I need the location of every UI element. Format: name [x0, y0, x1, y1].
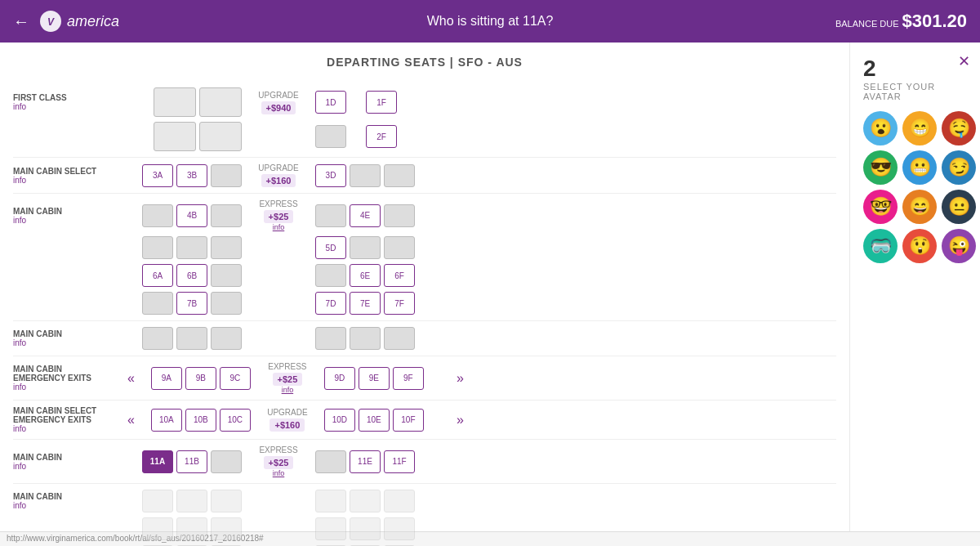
seat-map-title: DEPARTING SEATS | SFO - AUS	[13, 56, 836, 69]
first-class-header-row: FIRST CLASS info UPGRADE +$940 1D 1F	[13, 85, 836, 119]
first-class-row2: 2F	[13, 119, 836, 154]
balance-amount: $301.20	[902, 11, 967, 31]
avatar-8[interactable]: 😄	[902, 190, 937, 224]
section-main-cabin-4: MAIN CABIN info	[13, 484, 836, 546]
seat-9C[interactable]: 9C	[220, 367, 251, 390]
header: ← V america Who is sitting at 11A? BALAN…	[0, 0, 980, 43]
back-button[interactable]: ←	[13, 12, 29, 31]
avatar-panel: ✕ 2 SELECT YOUR AVATAR 😮 😁 🤤 😎 😬 😏 🤓 😄 😐…	[849, 43, 980, 546]
seat-1D[interactable]: 1D	[315, 91, 346, 114]
seat-7B[interactable]: 7B	[176, 292, 207, 315]
avatar-12[interactable]: 😜	[942, 229, 976, 263]
seat-6E[interactable]: 6E	[350, 264, 381, 287]
section-main-cabin-1: MAIN CABIN info 4B EXPRESS +$25 info 4E	[13, 194, 836, 321]
seat-3C	[211, 164, 242, 187]
seat-3E	[350, 164, 381, 187]
section-emergency-exits-10: MAIN CABIN SELECTEMERGENCY EXITS info « …	[13, 401, 836, 440]
seat-fc1[interactable]	[154, 87, 196, 117]
seat-10D[interactable]: 10D	[324, 409, 355, 432]
close-button[interactable]: ✕	[958, 52, 970, 70]
seat-6F[interactable]: 6F	[384, 264, 415, 287]
seat-10C[interactable]: 10C	[220, 409, 251, 432]
seat-10B[interactable]: 10B	[185, 409, 216, 432]
seat-9D[interactable]: 9D	[324, 367, 355, 390]
left-seats-row1	[127, 87, 242, 117]
seat-10E[interactable]: 10E	[359, 409, 390, 432]
seat-11A[interactable]: 11A	[142, 450, 173, 473]
section-main-cabin-select: MAIN CABIN SELECT info 3A 3B UPGRADE +$1…	[13, 158, 836, 194]
seat-7D[interactable]: 7D	[315, 292, 346, 315]
seat-4E[interactable]: 4E	[350, 204, 381, 227]
balance-label: BALANCE DUE	[835, 19, 899, 29]
section-emergency-exits-9: MAIN CABINEMERGENCY EXITS info « 9A 9B 9…	[13, 356, 836, 401]
seat-3B[interactable]: 3B	[176, 164, 207, 187]
avatar-10[interactable]: 🥽	[863, 229, 898, 263]
seat-2occ	[315, 125, 346, 148]
avatar-11[interactable]: 😲	[902, 229, 937, 263]
seat-11E[interactable]: 11E	[350, 450, 381, 473]
seat-7E[interactable]: 7E	[350, 292, 381, 315]
avatar-1[interactable]: 😮	[863, 111, 898, 145]
passenger-number: 2	[863, 56, 967, 82]
nav-right-9[interactable]: »	[457, 371, 464, 386]
seat-10A[interactable]: 10A	[151, 409, 182, 432]
seat-6B[interactable]: 6B	[176, 264, 207, 287]
balance-display: BALANCE DUE $301.20	[835, 11, 967, 32]
avatar-5[interactable]: 😬	[902, 150, 937, 185]
main-container: DEPARTING SEATS | SFO - AUS FIRST CLASS …	[0, 43, 980, 546]
seat-9B[interactable]: 9B	[185, 367, 216, 390]
avatar-grid: 😮 😁 🤤 😎 😬 😏 🤓 😄 😐 🥽 😲 😜	[863, 111, 967, 263]
section-main-cabin-3: MAIN CABIN info 11A 11B EXPRESS +$25 inf…	[13, 440, 836, 484]
avatar-3[interactable]: 🤤	[942, 111, 976, 145]
right-seats-row1: 1D 1F	[315, 91, 446, 114]
upgrade-zone-firstclass: UPGRADE +$940	[242, 91, 315, 114]
seat-4B[interactable]: 4B	[176, 204, 207, 227]
avatar-2[interactable]: 😁	[902, 111, 937, 145]
avatar-9[interactable]: 😐	[942, 190, 976, 224]
nav-left-10[interactable]: «	[127, 413, 135, 427]
logo-icon: V	[39, 10, 62, 33]
seat-3D[interactable]: 3D	[315, 164, 346, 187]
nav-right-10[interactable]: »	[457, 413, 464, 427]
seat-fc4[interactable]	[199, 122, 242, 151]
seat-1F[interactable]: 1F	[366, 91, 397, 114]
avatar-7[interactable]: 🤓	[863, 190, 898, 224]
section-first-class: FIRST CLASS info UPGRADE +$940 1D 1F	[13, 82, 836, 158]
seat-map-area: DEPARTING SEATS | SFO - AUS FIRST CLASS …	[0, 43, 849, 546]
avatar-6[interactable]: 😏	[942, 150, 976, 185]
avatar-4[interactable]: 😎	[863, 150, 898, 185]
seat-7F[interactable]: 7F	[384, 292, 415, 315]
logo-text: america	[67, 13, 119, 30]
svg-text:V: V	[47, 16, 55, 28]
nav-left-9[interactable]: «	[127, 371, 135, 386]
seat-fc3[interactable]	[154, 122, 196, 151]
header-title: Who is sitting at 11A?	[427, 14, 554, 29]
seat-11F[interactable]: 11F	[384, 450, 415, 473]
seat-9A[interactable]: 9A	[151, 367, 182, 390]
seat-3Focc	[384, 164, 415, 187]
seat-10F[interactable]: 10F	[393, 409, 424, 432]
seat-6A[interactable]: 6A	[142, 264, 173, 287]
seat-5D[interactable]: 5D	[315, 236, 346, 259]
seat-11B[interactable]: 11B	[176, 450, 207, 473]
seat-9F[interactable]: 9F	[393, 367, 424, 390]
avatar-panel-subtitle: SELECT YOUR AVATAR	[863, 82, 967, 101]
cabin-label-first-class: FIRST CLASS info	[13, 93, 127, 111]
seat-fc2[interactable]	[199, 87, 242, 117]
seat-2F[interactable]: 2F	[366, 125, 397, 148]
seat-3A[interactable]: 3A	[142, 164, 173, 187]
logo: V america	[39, 10, 119, 33]
seat-9E[interactable]: 9E	[359, 367, 390, 390]
section-main-cabin-2: MAIN CABIN info	[13, 321, 836, 356]
